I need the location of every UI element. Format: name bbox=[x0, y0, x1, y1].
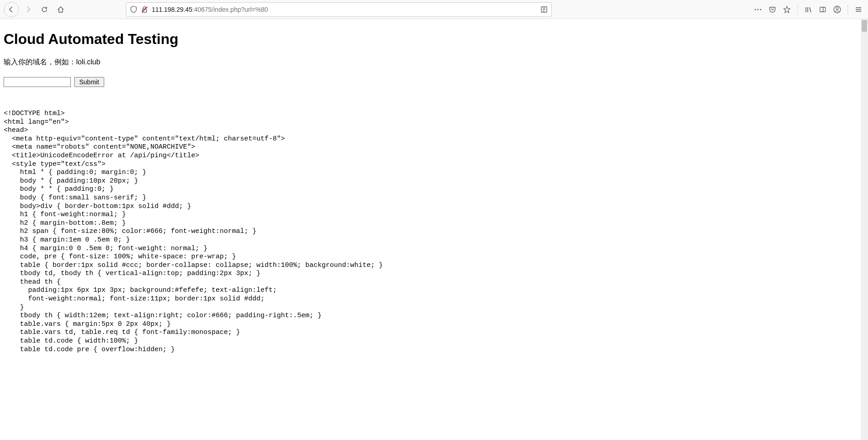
home-button[interactable] bbox=[53, 2, 68, 17]
form-row: Submit bbox=[4, 77, 864, 87]
domain-input[interactable] bbox=[4, 77, 71, 87]
submit-button[interactable]: Submit bbox=[74, 77, 104, 87]
back-button[interactable] bbox=[4, 2, 19, 17]
shield-icon bbox=[130, 6, 137, 13]
more-dots-icon[interactable] bbox=[754, 5, 762, 14]
library-icon[interactable] bbox=[804, 5, 812, 14]
url-bar[interactable]: 111.198.29.45:40675/index.php?url=%80 bbox=[126, 2, 552, 17]
scrollbar-track[interactable] bbox=[861, 19, 868, 440]
page-title: Cloud Automated Testing bbox=[4, 31, 864, 48]
svg-point-15 bbox=[836, 7, 839, 10]
url-text: 111.198.29.45:40675/index.php?url=%80 bbox=[152, 6, 537, 13]
pocket-icon[interactable] bbox=[768, 5, 776, 14]
insecure-icon bbox=[141, 6, 148, 13]
toolbar-right-icons bbox=[754, 4, 864, 15]
reload-button[interactable] bbox=[37, 2, 52, 17]
account-icon[interactable] bbox=[833, 5, 841, 14]
svg-point-8 bbox=[760, 9, 762, 10]
code-output: <!DOCTYPE html> <html lang="en"> <head> … bbox=[4, 110, 864, 354]
bookmark-star-icon[interactable] bbox=[783, 5, 791, 14]
forward-button[interactable] bbox=[21, 2, 35, 17]
page-description: 输入你的域名，例如：loli.club bbox=[4, 58, 864, 67]
reader-mode-icon[interactable] bbox=[540, 6, 548, 13]
toolbar-divider bbox=[797, 4, 798, 15]
scrollbar-thumb[interactable] bbox=[862, 20, 867, 32]
svg-line-11 bbox=[810, 7, 811, 12]
hamburger-menu-icon[interactable] bbox=[854, 5, 863, 14]
svg-point-6 bbox=[755, 9, 756, 10]
browser-toolbar: 111.198.29.45:40675/index.php?url=%80 bbox=[0, 0, 868, 19]
nav-buttons bbox=[4, 2, 68, 17]
toolbar-divider-2 bbox=[848, 4, 848, 15]
sidebar-icon[interactable] bbox=[819, 5, 827, 14]
svg-rect-12 bbox=[820, 7, 825, 12]
svg-point-7 bbox=[757, 9, 759, 10]
page-content: Cloud Automated Testing 输入你的域名，例如：loli.c… bbox=[0, 19, 868, 440]
